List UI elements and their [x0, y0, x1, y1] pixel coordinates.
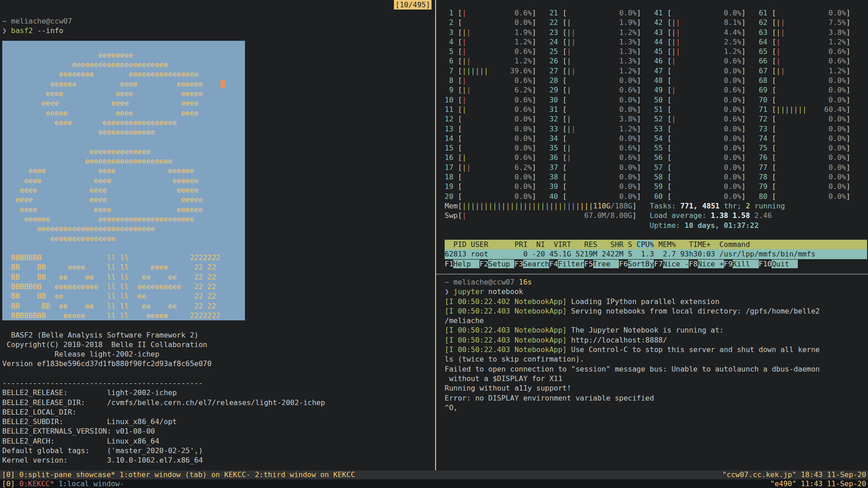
fkey-f5-label[interactable]: Tree [593, 260, 619, 268]
cpu-meter-row: 12 [ 0.0%] 32 [| 3.8%] 52 [| 0.6%] 72 [ … [445, 114, 867, 124]
info-line: BELLE2_RELEASE_DIR: /cvmfs/belle.cern.ch… [2, 398, 432, 407]
tmux-window-list-inner[interactable]: [0] 0:split-pane showcase* 1:other windo… [2, 470, 355, 479]
logo-art-line: eeee eeeeeeeeeeeeeeeee [2, 118, 245, 127]
prompt-line: ❯ jupyter notebook [445, 287, 867, 296]
logo-art-line: BB BB ee ll ll ee 22 22 [2, 291, 245, 301]
fkey-f10-key[interactable]: F10 [759, 260, 772, 268]
fkey-f9-key[interactable]: F9 [724, 260, 733, 268]
tmux-status-bar-outer: [0] 0:KEKCC* 1:local window- "e490" 11:4… [0, 479, 868, 488]
info-line: Version ef183be596cd37d1fb880f90fc2d93af… [2, 359, 432, 368]
pane-basf2-info[interactable]: ~ meliache@ccw07❯ basf2 --info eeeeeeee … [2, 16, 432, 465]
fkey-f3-label[interactable]: Search [523, 260, 549, 268]
fkey-f8-key[interactable]: F8 [689, 260, 697, 268]
fkey-f5-key[interactable]: F5 [584, 260, 593, 268]
info-line: Release light-2002-ichep [2, 349, 432, 359]
logo-art-line: eeeeeeeeeeeeeeeeeeee [2, 156, 245, 166]
info-line: ----------------------------------------… [2, 378, 432, 388]
tmux-host-clock-inner: "ccw07.cc.kek.jp" 18:43 11-Sep-20 [722, 470, 866, 479]
logo-art-line: eeeeeeee [2, 50, 245, 60]
logo-art-line [2, 41, 245, 50]
cpu-meter-row: 15 [ 0.0%] 35 [| 0.6%] 55 [ 0.0%] 75 [ 0… [445, 143, 867, 153]
fkey-f1-key[interactable]: F1 [445, 260, 453, 268]
cpu-meter-row: 7 [|||||| 39.6%] 27 [|| 1.2%] 47 [ 0.0%]… [445, 66, 867, 76]
log-line: ^O, [445, 403, 867, 412]
cpu-meter-row: 6 [|| 1.2%] 26 [| 1.3%] 46 [| 0.6%] 66 [… [445, 56, 867, 66]
cpu-meter-row: 2 [ 0.0%] 22 [| 1.9%] 42 [|| 8.1%] 62 [|… [445, 18, 867, 27]
tmux-vertical-pane-divider[interactable] [435, 0, 436, 470]
cpu-meter-row: 10 [| 0.6%] 30 [ 0.0%] 50 [ 0.0%] 70 [ 0… [445, 95, 867, 105]
shell-prompt-jupyter: ~ meliache@ccw07 16s❯ jupyter notebook [445, 277, 867, 297]
log-line: [I 00:50:22.403 NotebookApp] Use Control… [445, 345, 867, 354]
info-line: BASF2 (Belle Analysis Software Framework… [2, 330, 432, 340]
logo-art-line: BB BB ee ee ll ll ee ee 22 22 [2, 272, 245, 282]
tmux-terminal: { "palette":{"bg":"#1d1f21","fg":"#c5c8c… [0, 0, 868, 488]
log-line: [I 00:50:22.402 NotebookApp] Loading IPy… [445, 297, 867, 306]
tmux-host-clock-outer: "e490" 11:43 11-Sep-20 [770, 479, 866, 488]
cpu-meter-row: 5 [| 0.6%] 25 [| 1.3%] 45 [|| 1.2%] 65 [… [445, 47, 867, 56]
htop-table-header[interactable]: PID USER PRI NI VIRT RES SHR S CPU% MEM%… [445, 240, 867, 249]
logo-art-line: eeeee eeee eeee [2, 108, 245, 118]
htop-memory-meter: Mem[||||||||||||||||||||||||||||||110G/1… [445, 201, 867, 211]
cpu-meter-row: 4 [| 1.2%] 24 [|| 1.3%] 44 [|| 2.5%] 64 … [445, 37, 867, 47]
fkey-f3-key[interactable]: F3 [514, 260, 523, 268]
fkey-f1-label[interactable]: Help [453, 260, 480, 268]
cpu-meter-row: 16 [| 0.6%] 36 [| 0.6%] 56 [ 0.0%] 76 [ … [445, 153, 867, 162]
htop-selected-process-row[interactable]: 62813 root 0 -20 45.1G 5219M 2422M S 1.3… [445, 249, 867, 259]
log-line: Running without a11y support! [445, 383, 867, 393]
cpu-meter-row: 17 [|| 6.2%] 37 [ 0.0%] 57 [ 0.0%] 77 [ … [445, 163, 867, 172]
fkey-f2-label[interactable]: Setup [488, 260, 514, 268]
logo-art-line [2, 243, 245, 253]
htop-uptime-row: Uptime: 10 days, 01:37:22 [445, 221, 867, 230]
fkey-f8-label[interactable]: Nice + [698, 260, 724, 268]
log-line: /meliache [445, 316, 867, 325]
logo-art-line: eeeeee eeeeeeeeeeeeeeeeeeeeee [2, 214, 245, 224]
cpu-meter-row: 3 [|| 1.9%] 23 [|| 1.2%] 43 [|| 4.4%] 63… [445, 28, 867, 37]
log-line: without a $DISPLAY for X11 [445, 374, 867, 383]
info-line: BELLE2_ARCH: Linux_x86_64 [2, 436, 432, 446]
memory-meter-row: Mem[||||||||||||||||||||||||||||||110G/1… [445, 201, 867, 211]
fkey-f7-key[interactable]: F7 [654, 260, 662, 268]
basf2-logo-art: eeeeeeee eeeeeeeeeeeeeeeeeeeeee eeeeeeee… [2, 41, 245, 321]
logo-art-line: BBBBBBB ll ll 2222222 [2, 253, 245, 262]
logo-art-line: eeeeeeeeeeeeee [2, 147, 245, 156]
htop-sort-column-cpu[interactable]: CPU% [637, 240, 654, 249]
logo-art-line: eeee eeee eeeee [2, 195, 245, 204]
cpu-meter-row: 11 [| 0.6%] 31 [ 0.0%] 51 [ 0.0%] 71 [||… [445, 105, 867, 114]
info-line: BELLE2_EXTERNALS_VERSION: v01-08-00 [2, 426, 432, 436]
tmux-pane-index-badge: [10/495] [394, 0, 432, 10]
logo-art-line [2, 137, 245, 147]
tmux-status-bar-inner: [0] 0:split-pane showcase* 1:other windo… [0, 470, 868, 479]
logo-art-line: eeee eeee eeeee [2, 185, 245, 195]
prompt-line: ~ meliache@ccw07 [2, 16, 432, 26]
info-line: Copyright(C) 2010-2018 Belle II Collabor… [2, 340, 432, 349]
cpu-meter-row: 1 [| 0.6%] 21 [ 0.0%] 41 [ 0.0%] 61 [ 0.… [445, 8, 867, 18]
logo-art-line: eeeeeeeeeeeeeeeeeeeeeeeeeee [2, 224, 245, 233]
fkey-f10-label[interactable]: Quit [772, 260, 798, 268]
log-line: Error: no DISPLAY environment variable s… [445, 393, 867, 403]
logo-art-line: eeee eeee eeee [2, 98, 245, 108]
logo-art-line: eeee eeee eeeeee [2, 176, 245, 185]
fkey-f6-key[interactable]: F6 [619, 260, 628, 268]
cpu-meter-row: 19 [ 0.0%] 39 [ 0.0%] 59 [ 0.0%] 79 [ 0.… [445, 182, 867, 191]
logo-art-line: eeeeeeeeeeeeeee [2, 234, 245, 243]
swap-meter-row: Swp[| 67.0M/8.00G] Load average: 1.38 1.… [445, 211, 867, 220]
tmux-horizontal-pane-divider[interactable] [436, 274, 868, 275]
fkey-f7-label[interactable]: Nice - [663, 260, 689, 268]
info-line: BELLE2_SUBDIR: Linux_x86_64/opt [2, 417, 432, 426]
htop-swap-meter: Swp[| 67.0M/8.00G] Load average: 1.38 1.… [445, 211, 867, 220]
info-line [2, 320, 432, 330]
prompt-line: ❯ basf2 --info [2, 26, 432, 35]
fkey-f4-key[interactable]: F4 [549, 260, 558, 268]
pane-htop[interactable]: 1 [| 0.6%] 21 [ 0.0%] 41 [ 0.0%] 61 [ 0.… [445, 8, 867, 269]
fkey-f6-label[interactable]: SortBy [628, 260, 654, 268]
fkey-f4-label[interactable]: Filter [558, 260, 584, 268]
fkey-f2-key[interactable]: F2 [480, 260, 488, 268]
logo-art-line: BB BB ee ee ll ll ee ee 22 22 [2, 301, 245, 311]
logo-art-line: eeee eeee eeeeee [2, 205, 245, 214]
pane-jupyter[interactable]: ~ meliache@ccw07 16s❯ jupyter notebook [… [445, 277, 867, 412]
shell-prompt-basf2: ~ meliache@ccw07❯ basf2 --info [2, 16, 432, 36]
fkey-f9-label[interactable]: Kill [733, 260, 759, 268]
tmux-window-list-outer[interactable]: [0] 0:KEKCC* 1:local window- [2, 479, 124, 488]
info-line [2, 369, 432, 378]
info-line: Default global tags: ('master_2020-02-25… [2, 446, 432, 455]
